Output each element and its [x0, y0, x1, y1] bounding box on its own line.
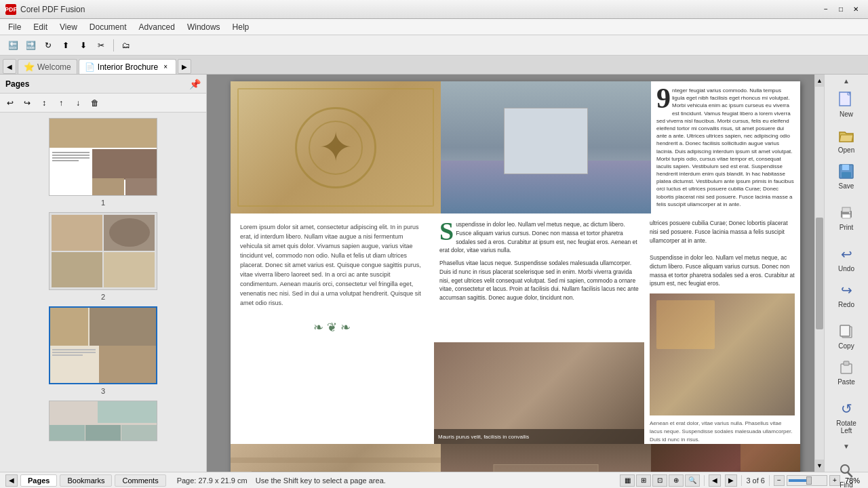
- doc-scroll-up[interactable]: ▲: [815, 75, 824, 87]
- page-tb-btn5[interactable]: ↓: [71, 96, 85, 110]
- toolbar-btn-delete[interactable]: ✂: [94, 38, 108, 53]
- bottom-sep: [704, 475, 705, 486]
- doc-right: ultrices posuere cubilia Curae; Donec lo…: [644, 214, 800, 444]
- page-indicator: 3 of 6: [746, 476, 765, 485]
- doc-vscrollbar[interactable]: ▲ ▼: [814, 75, 824, 472]
- thumb4-layout: [50, 401, 157, 441]
- view-btn1[interactable]: ▦: [620, 474, 635, 487]
- t3-i1: [50, 308, 88, 346]
- view-btn5[interactable]: 🔍: [685, 474, 700, 487]
- page-nav-prev[interactable]: ◀: [5, 474, 18, 487]
- document-area[interactable]: ✦ 9 nteger feugiat varius commodo. Nulla…: [207, 75, 824, 472]
- tab-close-button[interactable]: ×: [161, 62, 170, 72]
- page-tb-btn4[interactable]: ↑: [54, 96, 68, 110]
- toolbar-btn-1[interactable]: 🔙: [5, 38, 20, 53]
- page-nav-right[interactable]: ▶: [725, 474, 737, 487]
- zoom-in-button[interactable]: +: [829, 475, 840, 486]
- view-btn4[interactable]: ⊕: [669, 474, 684, 487]
- btab-comments[interactable]: Comments: [115, 474, 165, 487]
- page-thumb-3[interactable]: 3: [5, 306, 201, 395]
- zoom-out-button[interactable]: −: [774, 475, 785, 486]
- menu-windows[interactable]: Windows: [182, 21, 226, 33]
- view-btn3[interactable]: ⊡: [652, 474, 667, 487]
- thumb1-text: [50, 148, 92, 195]
- bottombar-tabs: ◀: [5, 474, 18, 487]
- svg-rect-9: [842, 214, 850, 218]
- close-button[interactable]: ✕: [849, 4, 863, 15]
- page-thumb-4[interactable]: [5, 401, 201, 441]
- page-tb-btn3[interactable]: ↕: [37, 96, 52, 110]
- toolbar-separator: [113, 39, 114, 52]
- tab-interior-brochure[interactable]: 📄 Interior Brochure ×: [79, 59, 176, 74]
- t2c2: [104, 215, 155, 251]
- view-btn2[interactable]: ⊞: [636, 474, 651, 487]
- svg-rect-14: [844, 361, 849, 365]
- tabsbar: ◀ ⭐ Welcome 📄 Interior Brochure × ▶: [0, 56, 868, 75]
- t4-b3: [121, 425, 157, 441]
- doc-scroll-down[interactable]: ▼: [815, 460, 824, 472]
- page-nav-left[interactable]: ◀: [709, 474, 721, 487]
- undo-icon: ↩: [835, 245, 857, 264]
- svg-rect-12: [840, 325, 850, 336]
- menu-edit[interactable]: Edit: [28, 21, 53, 33]
- rt-undo-button[interactable]: ↩ Undo: [827, 242, 866, 275]
- t4-b2: [85, 425, 121, 441]
- doc-right-text: ultrices posuere cubilia Curae; Donec lo…: [650, 219, 795, 245]
- menu-advanced[interactable]: Advanced: [134, 21, 180, 33]
- doc-mid-img: Mauris purus velit, facilisis in convall…: [434, 342, 644, 444]
- window-controls: − □ ✕: [819, 4, 863, 15]
- t3-l2: [52, 352, 96, 353]
- rt-redo-button[interactable]: ↪ Redo: [827, 278, 866, 311]
- minimize-button[interactable]: −: [819, 4, 833, 15]
- zoom-level: 78%: [842, 476, 863, 485]
- rt-open-button[interactable]: Open: [827, 123, 866, 157]
- rt-redo-label: Redo: [838, 301, 854, 308]
- toolbar-btn-insert[interactable]: ⬇: [76, 38, 91, 53]
- toolbar-btn-assemble[interactable]: 🗂: [119, 38, 134, 53]
- toolbar-btn-extract[interactable]: ⬆: [58, 38, 73, 53]
- zoom-slider[interactable]: [787, 475, 827, 486]
- rt-open-label: Open: [838, 146, 854, 154]
- rt-scroll-up[interactable]: ▲: [843, 77, 850, 85]
- btab-bookmarks[interactable]: Bookmarks: [60, 474, 112, 487]
- doc-right-text2: Suspendisse in dolor leo. Nullam vel met…: [650, 253, 795, 288]
- rt-new-button[interactable]: New: [827, 87, 866, 121]
- tab-nav-prev[interactable]: ◀: [3, 59, 16, 74]
- stairs-overlay: [231, 444, 441, 472]
- page-tb-btn2[interactable]: ↪: [20, 96, 35, 110]
- stair1: [231, 458, 441, 463]
- rt-rotate-label: RotateLeft: [836, 420, 856, 434]
- rt-scroll-down[interactable]: ▼: [843, 443, 850, 450]
- thumb1-line: [52, 152, 90, 153]
- doc-lorem-paragraph: Lorem ipsum dolor sit amet, consectetur …: [240, 223, 425, 308]
- rt-rotate-left-button[interactable]: ↺ RotateLeft: [827, 396, 866, 437]
- menu-view[interactable]: View: [54, 21, 83, 33]
- menu-file[interactable]: File: [3, 21, 26, 33]
- rt-save-button[interactable]: Save: [827, 159, 866, 192]
- doc-scroll-thumb[interactable]: [816, 218, 823, 329]
- btab-pages[interactable]: Pages: [20, 474, 57, 487]
- menu-help[interactable]: Help: [227, 21, 255, 33]
- rt-print-button[interactable]: Print: [827, 201, 866, 234]
- page-thumb-2[interactable]: 2: [5, 212, 201, 301]
- page-tb-btn6[interactable]: 🗑: [87, 96, 102, 110]
- sidebar-pin-button[interactable]: 📌: [189, 79, 201, 89]
- toolbar-btn-2[interactable]: 🔜: [23, 38, 38, 53]
- tab-nav-next[interactable]: ▶: [178, 59, 191, 74]
- dropcap-9: 9: [656, 87, 671, 111]
- rt-paste-button[interactable]: Paste: [827, 355, 866, 388]
- page-num-3: 3: [101, 387, 105, 395]
- rt-copy-button[interactable]: Copy: [827, 319, 866, 352]
- dropcap-s: S: [439, 220, 454, 242]
- menu-document[interactable]: Document: [84, 21, 132, 33]
- maximize-button[interactable]: □: [834, 4, 848, 15]
- thumb-img-3: [49, 306, 157, 384]
- tab-welcome[interactable]: ⭐ Welcome: [18, 59, 77, 74]
- rt-save-label: Save: [839, 182, 854, 190]
- doc-bottom-left: [231, 444, 441, 472]
- toolbar-btn-rotate[interactable]: ↻: [41, 38, 56, 53]
- redo-icon: ↪: [835, 281, 857, 300]
- zoom-handle[interactable]: [806, 476, 812, 485]
- page-tb-btn1[interactable]: ↩: [3, 96, 18, 110]
- page-thumb-1[interactable]: 1: [5, 118, 201, 207]
